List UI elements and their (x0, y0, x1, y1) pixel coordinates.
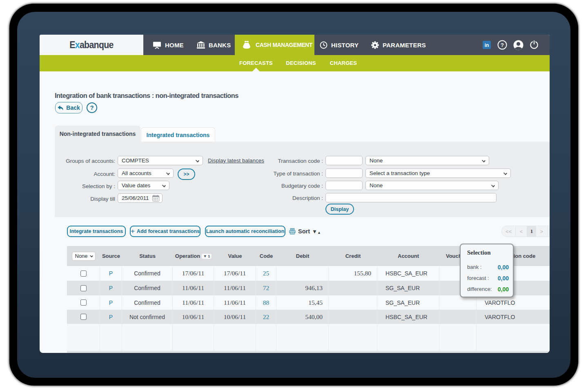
svg-text:in: in (485, 42, 489, 48)
svg-text:?: ? (501, 42, 504, 48)
